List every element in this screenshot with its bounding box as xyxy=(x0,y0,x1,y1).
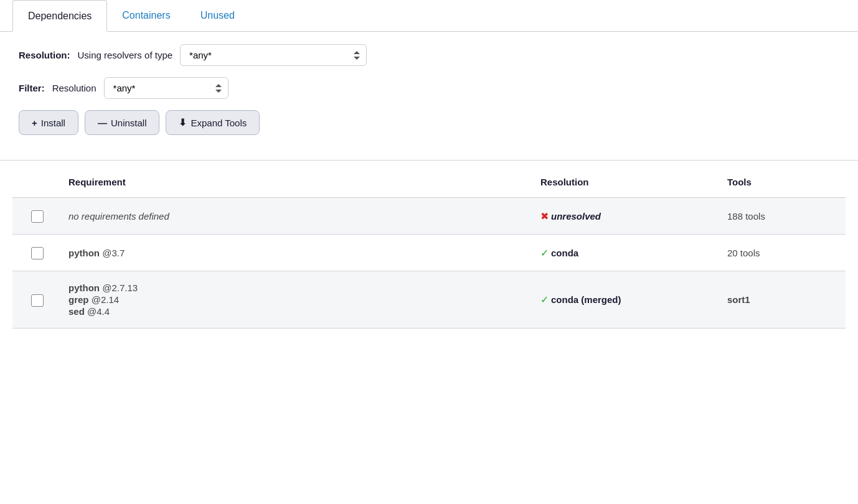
row-resolution: ✖ unresolved xyxy=(534,210,721,222)
col-header-checkbox xyxy=(12,173,62,191)
col-header-resolution: Resolution xyxy=(534,173,721,191)
row-tools: 188 tools xyxy=(721,211,846,222)
filter-select[interactable]: *any*resolvedunresolved xyxy=(104,77,229,99)
chevron-down-icon: ⬇ xyxy=(179,117,187,128)
uninstall-label: Uninstall xyxy=(111,118,147,128)
section-divider xyxy=(0,160,858,161)
resolution-select[interactable]: *any*condapipsystem xyxy=(180,44,367,66)
tab-containers[interactable]: Containers xyxy=(107,0,185,32)
table-container: Requirement Resolution Tools no requirem… xyxy=(0,167,858,329)
table-row: no requirements defined ✖ unresolved 188… xyxy=(12,198,846,235)
resolution-suffix: Using resolvers of type xyxy=(78,50,173,60)
resolution-row: Resolution: Using resolvers of type *any… xyxy=(19,44,839,66)
filter-label: Filter: xyxy=(19,83,45,93)
row-requirement: python @2.7.13 grep @2.14 sed @4.4 xyxy=(62,282,534,317)
col-header-tools: Tools xyxy=(721,173,846,191)
filter-suffix: Resolution xyxy=(52,83,97,93)
page-container: Dependencies Containers Unused Resolutio… xyxy=(0,0,858,504)
expand-tools-label: Expand Tools xyxy=(191,118,247,128)
install-button[interactable]: + Install xyxy=(19,110,78,135)
check-icon: ✓ xyxy=(540,247,549,259)
tab-unused[interactable]: Unused xyxy=(186,0,250,32)
button-row: + Install — Uninstall ⬇ Expand Tools xyxy=(19,110,839,135)
check-icon: ✓ xyxy=(540,294,549,306)
col-header-requirement: Requirement xyxy=(62,173,534,191)
filter-row: Filter: Resolution *any*resolvedunresolv… xyxy=(19,77,839,99)
plus-icon: + xyxy=(32,118,37,128)
install-label: Install xyxy=(41,118,65,128)
row-tools: sort1 xyxy=(721,294,846,305)
table-row: python @2.7.13 grep @2.14 sed @4.4 ✓ con… xyxy=(12,271,846,329)
row-checkbox[interactable] xyxy=(12,209,62,223)
x-icon: ✖ xyxy=(540,210,549,222)
expand-tools-button[interactable]: ⬇ Expand Tools xyxy=(166,110,260,135)
uninstall-button[interactable]: — Uninstall xyxy=(85,110,160,135)
row-checkbox[interactable] xyxy=(12,246,62,259)
row-requirement: no requirements defined xyxy=(62,211,534,222)
row-tools: 20 tools xyxy=(721,248,846,258)
checkbox-input[interactable] xyxy=(31,294,44,307)
controls-section: Resolution: Using resolvers of type *any… xyxy=(0,32,858,154)
table-row: python @3.7 ✓ conda 20 tools xyxy=(12,235,846,271)
resolution-label: Resolution: xyxy=(19,50,70,60)
tab-dependencies[interactable]: Dependencies xyxy=(12,0,107,32)
row-resolution: ✓ conda xyxy=(534,247,721,259)
checkbox-input[interactable] xyxy=(31,247,44,259)
table-header: Requirement Resolution Tools xyxy=(12,167,846,198)
tabs-bar: Dependencies Containers Unused xyxy=(0,0,858,32)
minus-icon: — xyxy=(98,118,107,128)
row-checkbox[interactable] xyxy=(12,293,62,307)
checkbox-input[interactable] xyxy=(31,210,44,223)
row-resolution: ✓ conda (merged) xyxy=(534,294,721,306)
row-requirement: python @3.7 xyxy=(62,248,534,258)
